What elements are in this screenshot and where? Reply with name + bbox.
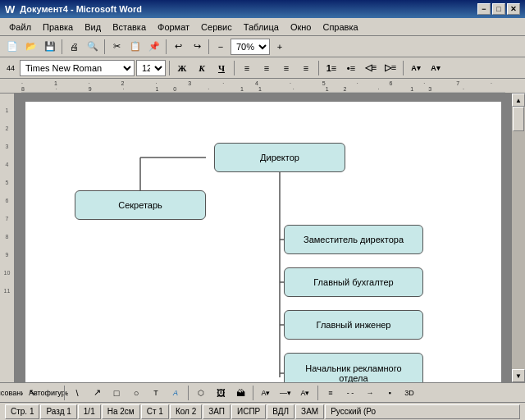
preview-button[interactable]: 🔍 — [84, 38, 102, 56]
zam-status: ЗАМ — [295, 404, 324, 419]
rect-button[interactable]: □ — [107, 384, 126, 402]
draw-menu-button[interactable]: Рисование ▾ — [3, 384, 21, 402]
oval-button[interactable]: ○ — [127, 384, 145, 402]
bullets-button[interactable]: •≡ — [342, 60, 360, 76]
main-area: 1234567891011 — [0, 94, 525, 382]
vertical-scrollbar[interactable]: ▲ ▼ — [512, 94, 525, 382]
ruler-numbers: 1234567891011 — [4, 102, 11, 300]
menu-item-вид[interactable]: Вид — [79, 21, 107, 34]
menu-bar: ФайлПравкаВидВставкаФорматСервисТаблицаО… — [0, 18, 525, 36]
bold-button[interactable]: Ж — [173, 60, 191, 76]
maximize-button[interactable]: □ — [492, 3, 505, 15]
formatting-toolbar: 44 Times New Roman 12 Ж К Ч ≡ ≡ ≡ ≡ 1≡ •… — [0, 57, 525, 79]
increase-indent-button[interactable]: ▷≡ — [381, 60, 399, 76]
menu-item-вставка[interactable]: Вставка — [107, 21, 152, 34]
zoom-select[interactable]: 70% — [231, 39, 270, 55]
scroll-track[interactable] — [512, 107, 525, 369]
3d-button[interactable]: 3D — [400, 384, 418, 402]
cut-button[interactable]: ✂ — [107, 38, 126, 56]
menu-item-правка[interactable]: Правка — [37, 21, 79, 34]
page-label: Стр. 1 — [11, 407, 34, 416]
isp-label: ИСПР — [237, 407, 260, 416]
zoom-out-button[interactable]: − — [212, 38, 230, 56]
align-right-button[interactable]: ≡ — [277, 60, 295, 76]
highlight-button[interactable]: A▾ — [407, 60, 425, 76]
vdirector-label: Заместитель директора — [304, 235, 404, 244]
font-color-button[interactable]: A▾ — [427, 60, 445, 76]
line-color-button[interactable]: —▾ — [276, 384, 294, 402]
arrow-button[interactable]: ↗ — [88, 384, 106, 402]
standard-toolbar: 📄 📂 💾 🖨 🔍 ✂ 📋 📌 ↩ ↪ − 70% + — [0, 36, 525, 57]
app-icon: W — [5, 3, 15, 16]
line-button[interactable]: \ — [68, 384, 86, 402]
undo-button[interactable]: ↩ — [169, 38, 187, 56]
pos-status: На 2см — [102, 404, 140, 419]
document-area: Директор Секретарь Заместитель директора… — [15, 94, 512, 382]
window-title: Документ4 - Microsoft Word — [20, 4, 477, 14]
page-status: Стр. 1 — [5, 404, 39, 419]
scroll-thumb[interactable] — [513, 107, 524, 131]
font-size-select[interactable]: 12 — [136, 60, 166, 76]
menu-item-сервис[interactable]: Сервис — [195, 21, 238, 34]
minimize-button[interactable]: − — [477, 3, 491, 15]
insert-clipart-button[interactable]: 🖼 — [212, 384, 230, 402]
save-button[interactable]: 💾 — [41, 38, 59, 56]
style-select-btn[interactable]: 44 — [3, 59, 18, 77]
zoom-in-button[interactable]: + — [271, 38, 289, 56]
rec-label: ЗАП — [208, 407, 225, 416]
redo-button[interactable]: ↪ — [188, 38, 206, 56]
autoshapes-button[interactable]: Автофигуры ▾ — [43, 384, 61, 402]
underline-button[interactable]: Ч — [212, 60, 231, 76]
line-status: Ст 1 — [141, 404, 169, 419]
document: Директор Секретарь Заместитель директора… — [25, 102, 501, 382]
section-label: Разд 1 — [46, 407, 71, 416]
font-select[interactable]: Times New Roman — [20, 60, 135, 76]
adv-head-box: Начальник рекламного отдела — [284, 353, 423, 382]
decrease-indent-button[interactable]: ◁≡ — [362, 60, 380, 76]
pos-label: На 2см — [107, 407, 135, 416]
paste-button[interactable]: 📌 — [145, 38, 163, 56]
toolbar-separator-1 — [62, 39, 62, 54]
wordart-button[interactable]: A — [167, 384, 185, 402]
scroll-down-button[interactable]: ▼ — [512, 369, 525, 382]
vdl-label: ВДЛ — [272, 407, 289, 416]
menu-item-файл[interactable]: Файл — [3, 21, 37, 34]
insert-picture-button[interactable]: 🏔 — [231, 384, 249, 402]
line-style-button[interactable]: ≡ — [322, 384, 340, 402]
dash-style-button[interactable]: - - — [341, 384, 359, 402]
font-color-button2[interactable]: A▾ — [296, 384, 314, 402]
shadow-button[interactable]: ▪ — [381, 384, 399, 402]
draw-sep-4 — [317, 386, 318, 400]
fill-color-button[interactable]: A▾ — [257, 384, 275, 402]
align-left-button[interactable]: ≡ — [238, 60, 256, 76]
new-button[interactable]: 📄 — [3, 38, 21, 56]
toolbar-separator-3 — [166, 39, 167, 54]
insert-diagram-button[interactable]: ⬡ — [192, 384, 210, 402]
print-button[interactable]: 🖨 — [65, 38, 83, 56]
scroll-up-button[interactable]: ▲ — [512, 94, 525, 107]
close-button[interactable]: ✕ — [507, 3, 520, 15]
director-label: Директор — [260, 153, 299, 162]
director-box: Директор — [214, 143, 345, 172]
zam-label: ЗАМ — [301, 407, 318, 416]
menu-item-формат[interactable]: Формат — [152, 21, 195, 34]
drawing-toolbar: Рисование ▾ ↖ Автофигуры ▾ \ ↗ □ ○ T A ⬡… — [0, 382, 525, 402]
open-button[interactable]: 📂 — [22, 38, 40, 56]
arrow-style-button[interactable]: → — [361, 384, 379, 402]
numbering-button[interactable]: 1≡ — [322, 60, 340, 76]
copy-button[interactable]: 📋 — [126, 38, 144, 56]
col-status: Кол 2 — [170, 404, 202, 419]
status-bar: Стр. 1 Разд 1 1/1 На 2см Ст 1 Кол 2 ЗАП … — [0, 402, 525, 420]
align-justify-button[interactable]: ≡ — [297, 60, 315, 76]
fmt-sep-4 — [403, 61, 404, 75]
italic-button[interactable]: К — [193, 60, 211, 76]
align-center-button[interactable]: ≡ — [258, 60, 276, 76]
vertical-ruler: 1234567891011 — [0, 94, 15, 382]
chief-eng-box: Главный инженер — [284, 310, 423, 340]
menu-item-таблица[interactable]: Таблица — [238, 21, 285, 34]
menu-item-справка[interactable]: Справка — [317, 21, 363, 34]
vdl-status: ВДЛ — [267, 404, 294, 419]
chief-acc-label: Главный бухгалтер — [313, 277, 393, 287]
textbox-button[interactable]: T — [147, 384, 165, 402]
menu-item-окно[interactable]: Окно — [285, 21, 317, 34]
